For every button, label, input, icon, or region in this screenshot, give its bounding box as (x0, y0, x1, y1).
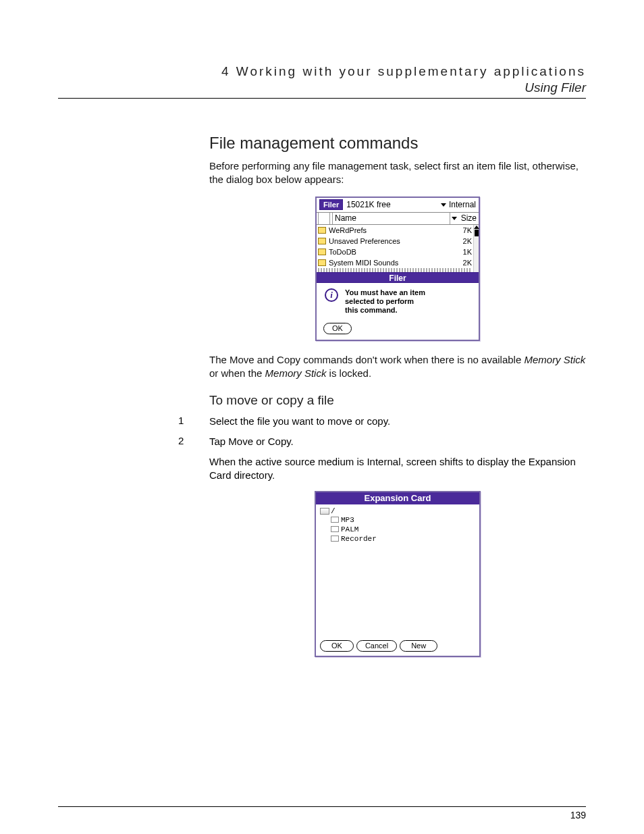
tree-folder[interactable]: PALM (331, 525, 475, 534)
col-size-header[interactable]: Size (461, 213, 477, 223)
tree-root[interactable]: / (320, 507, 475, 515)
file-row[interactable]: WeRdPrefs 7K (317, 225, 473, 236)
file-icon (318, 238, 326, 244)
folder-icon (331, 526, 339, 532)
scrollbar[interactable] (473, 225, 479, 272)
filer-app-label: Filer (319, 199, 343, 210)
file-row[interactable]: ToDoDB 1K (317, 246, 473, 257)
expansion-titlebar: Expansion Card (316, 492, 479, 504)
location-label[interactable]: Internal (449, 200, 476, 209)
numbered-list: 1 Select the file you want to move or co… (178, 415, 586, 449)
column-headers: Name Size (317, 213, 479, 225)
page-header: 4 Working with your supplementary applic… (58, 0, 586, 99)
section-title: Using Filer (58, 80, 586, 95)
dropdown-icon[interactable] (441, 203, 446, 207)
file-row[interactable]: System MIDI Sounds 2K (317, 257, 473, 268)
expansion-card-screenshot: Expansion Card / MP3 PALM (315, 491, 481, 657)
folder-tree: / MP3 PALM Recorder (316, 504, 479, 636)
page-footer: 139 (58, 806, 586, 820)
filer-titlebar: Filer 15021K free Internal (317, 198, 479, 213)
tree-folder[interactable]: MP3 (331, 515, 475, 525)
file-row[interactable]: Unsaved Preferences 2K (317, 236, 473, 246)
new-button[interactable]: New (400, 640, 437, 652)
free-space-label: 15021K free (346, 200, 390, 209)
page-number: 139 (570, 810, 586, 820)
intro-paragraph: Before performing any file management ta… (209, 159, 586, 187)
list-item: 2 Tap Move or Copy. (178, 435, 586, 448)
modal-message: You must have an item selected to perfor… (345, 288, 425, 315)
modal-titlebar: Filer (317, 272, 479, 283)
folder-icon (331, 517, 339, 523)
tree-folder[interactable]: Recorder (331, 534, 475, 544)
note-paragraph: The Move and Copy commands don't work wh… (209, 353, 586, 381)
info-icon: i (325, 288, 338, 302)
folder-icon (331, 536, 339, 542)
ok-button[interactable]: OK (320, 640, 354, 652)
scroll-up-icon[interactable] (474, 226, 479, 229)
sort-icon[interactable] (452, 217, 457, 220)
heading-file-management: File management commands (209, 134, 586, 153)
folder-open-icon (320, 508, 329, 515)
file-icon (318, 227, 326, 234)
step-note: When the active source medium is Interna… (209, 455, 586, 483)
list-item: 1 Select the file you want to move or co… (178, 415, 586, 428)
cancel-button[interactable]: Cancel (356, 640, 397, 652)
file-icon (318, 259, 326, 266)
ok-button[interactable]: OK (323, 323, 352, 334)
scroll-thumb[interactable] (475, 230, 479, 236)
chapter-title: 4 Working with your supplementary applic… (58, 64, 586, 79)
col-name-header[interactable]: Name (335, 213, 356, 223)
heading-move-copy: To move or copy a file (209, 393, 586, 408)
file-icon (318, 249, 326, 255)
filer-dialog-screenshot: Filer 15021K free Internal Name Size (315, 197, 480, 342)
